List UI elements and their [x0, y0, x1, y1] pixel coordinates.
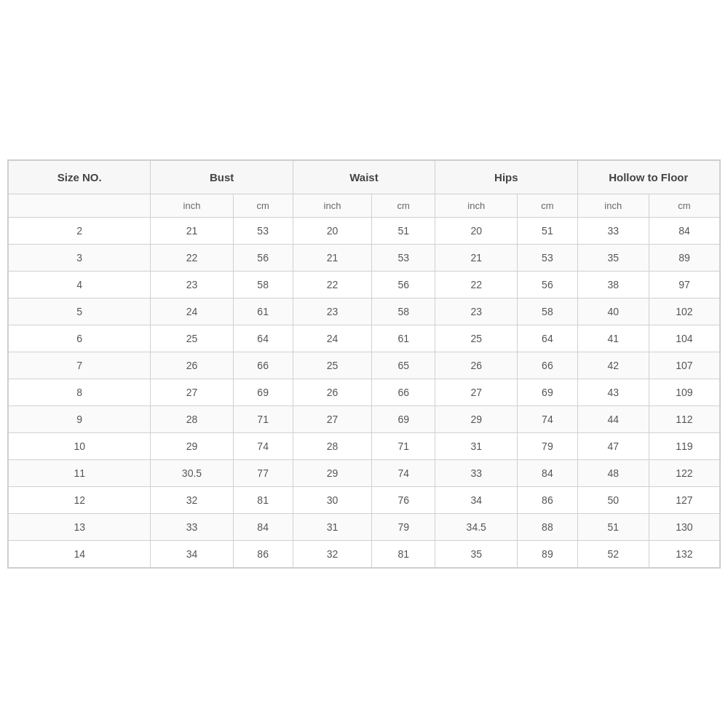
table-cell: 34: [435, 487, 518, 514]
table-cell: 104: [649, 325, 719, 352]
table-cell: 58: [372, 298, 435, 325]
table-cell: 119: [649, 433, 719, 460]
table-cell: 23: [435, 298, 518, 325]
table-cell: 20: [293, 218, 371, 245]
table-cell: 10: [9, 433, 151, 460]
table-cell: 33: [577, 218, 649, 245]
table-row: 524612358235840102: [9, 298, 720, 325]
table-cell: 27: [435, 379, 518, 406]
table-cell: 24: [151, 298, 233, 325]
table-cell: 6: [9, 325, 151, 352]
table-cell: 89: [649, 245, 719, 272]
table-cell: 26: [293, 379, 371, 406]
table-cell: 53: [518, 245, 577, 272]
table-cell: 79: [372, 514, 435, 541]
table-cell: 5: [9, 298, 151, 325]
table-cell: 69: [372, 406, 435, 433]
table-row: 827692666276943109: [9, 379, 720, 406]
table-cell: 30.5: [151, 460, 233, 487]
table-cell: 28: [151, 406, 233, 433]
table-cell: 61: [372, 325, 435, 352]
table-cell: 81: [372, 541, 435, 568]
subheader-hips-inch: inch: [435, 194, 518, 218]
header-bust: Bust: [151, 161, 293, 194]
table-cell: 7: [9, 352, 151, 379]
table-cell: 34: [151, 541, 233, 568]
table-cell: 26: [151, 352, 233, 379]
table-cell: 56: [233, 245, 293, 272]
table-cell: 58: [233, 272, 293, 298]
table-row: 42358225622563897: [9, 272, 720, 298]
table-cell: 8: [9, 379, 151, 406]
table-cell: 21: [435, 245, 518, 272]
table-cell: 29: [151, 433, 233, 460]
table-cell: 29: [435, 406, 518, 433]
table-cell: 21: [293, 245, 371, 272]
table-cell: 27: [293, 406, 371, 433]
size-chart-container: Size NO. Bust Waist Hips Hollow to Floor…: [7, 159, 721, 569]
table-cell: 58: [518, 298, 577, 325]
table-cell: 65: [372, 352, 435, 379]
table-row: 22153205120513384: [9, 218, 720, 245]
table-cell: 66: [372, 379, 435, 406]
header-waist: Waist: [293, 161, 435, 194]
table-cell: 22: [435, 272, 518, 298]
table-cell: 11: [9, 460, 151, 487]
table-cell: 66: [518, 352, 577, 379]
header-row: Size NO. Bust Waist Hips Hollow to Floor: [9, 161, 720, 194]
table-row: 726662565266642107: [9, 352, 720, 379]
table-cell: 89: [518, 541, 577, 568]
table-cell: 84: [649, 218, 719, 245]
table-cell: 28: [293, 433, 371, 460]
subheader-hips-cm: cm: [518, 194, 577, 218]
subheader-htf-inch: inch: [577, 194, 649, 218]
table-cell: 29: [293, 460, 371, 487]
table-cell: 112: [649, 406, 719, 433]
table-cell: 25: [293, 352, 371, 379]
table-cell: 74: [372, 460, 435, 487]
table-cell: 86: [518, 487, 577, 514]
table-cell: 32: [151, 487, 233, 514]
table-cell: 47: [577, 433, 649, 460]
table-cell: 13: [9, 514, 151, 541]
table-cell: 4: [9, 272, 151, 298]
table-cell: 21: [151, 218, 233, 245]
table-cell: 26: [435, 352, 518, 379]
table-cell: 25: [151, 325, 233, 352]
header-hollow-to-floor: Hollow to Floor: [577, 161, 719, 194]
header-hips: Hips: [435, 161, 577, 194]
table-row: 32256215321533589: [9, 245, 720, 272]
subheader-waist-cm: cm: [372, 194, 435, 218]
subheader-bust-inch: inch: [151, 194, 233, 218]
table-cell: 48: [577, 460, 649, 487]
subheader-bust-cm: cm: [233, 194, 293, 218]
table-cell: 2: [9, 218, 151, 245]
table-cell: 50: [577, 487, 649, 514]
table-cell: 22: [151, 245, 233, 272]
table-cell: 23: [293, 298, 371, 325]
table-row: 133384317934.58851130: [9, 514, 720, 541]
subheader-waist-inch: inch: [293, 194, 371, 218]
table-row: 928712769297444112: [9, 406, 720, 433]
table-cell: 34.5: [435, 514, 518, 541]
table-cell: 25: [435, 325, 518, 352]
size-chart-table: Size NO. Bust Waist Hips Hollow to Floor…: [8, 160, 720, 568]
table-cell: 102: [649, 298, 719, 325]
table-cell: 31: [293, 514, 371, 541]
table-cell: 9: [9, 406, 151, 433]
table-cell: 69: [233, 379, 293, 406]
table-cell: 41: [577, 325, 649, 352]
table-cell: 32: [293, 541, 371, 568]
table-cell: 22: [293, 272, 371, 298]
table-cell: 69: [518, 379, 577, 406]
table-cell: 12: [9, 487, 151, 514]
table-cell: 40: [577, 298, 649, 325]
table-cell: 84: [233, 514, 293, 541]
table-cell: 20: [435, 218, 518, 245]
table-cell: 71: [233, 406, 293, 433]
table-cell: 53: [372, 245, 435, 272]
table-cell: 74: [518, 406, 577, 433]
header-size: Size NO.: [9, 161, 151, 194]
table-cell: 35: [435, 541, 518, 568]
table-cell: 31: [435, 433, 518, 460]
